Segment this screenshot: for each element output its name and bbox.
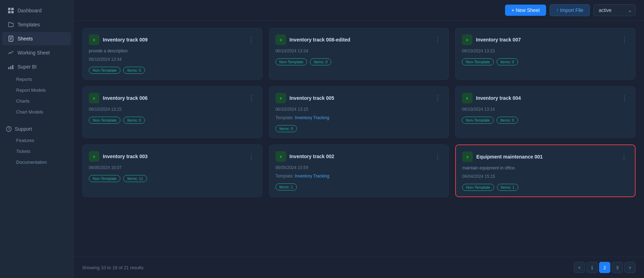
sidebar-item-templates[interactable]: Templates <box>2 18 71 31</box>
card-tags: Non-TemplateItems: 1 <box>462 184 629 191</box>
excel-icon: X <box>275 93 286 103</box>
card-card-008[interactable]: X Inventory track 008-edited ⋮ 06/10/202… <box>269 28 449 80</box>
card-card-002[interactable]: X Inventory track 002 ⋮ 06/05/2024 15:59… <box>269 144 449 197</box>
tag: Items: 0 <box>275 125 297 132</box>
sidebar-item-dashboard[interactable]: Dashboard <box>2 4 71 17</box>
tag: Items: 0 <box>497 117 518 124</box>
cards-grid: X Inventory track 009 ⋮ provide a descri… <box>82 28 636 197</box>
card-date: 06/10/2024 13:34 <box>89 57 256 62</box>
card-menu-icon[interactable]: ⋮ <box>247 35 256 44</box>
card-tags: Non-TemplateItems: 11 <box>89 175 256 182</box>
svg-rect-0 <box>8 8 11 10</box>
sidebar: Dashboard Templates Sheets Working Sheet <box>0 0 74 278</box>
excel-icon: X <box>462 151 473 162</box>
pagination-showing-text: Showing 10 to 18 of 21 results <box>82 265 144 270</box>
card-menu-icon[interactable]: ⋮ <box>247 152 256 161</box>
svg-text:X: X <box>466 97 468 100</box>
pagination-next[interactable]: > <box>624 262 636 273</box>
card-date: 06/04/2024 15:15 <box>462 174 629 179</box>
sidebar-item-documentation[interactable]: Documentation <box>2 157 71 167</box>
card-title: Inventory track 002 <box>290 154 334 159</box>
sidebar-item-reports[interactable]: Reports <box>2 74 71 84</box>
pagination-page-3[interactable]: 3 <box>612 262 623 273</box>
excel-icon: X <box>89 34 99 45</box>
svg-rect-2 <box>8 11 11 13</box>
new-sheet-button[interactable]: + New Sheet <box>505 5 546 16</box>
folder-icon <box>8 21 14 28</box>
card-tags: Non-TemplateItems: 0 <box>462 58 629 65</box>
sidebar-item-super-bi-label: Super BI <box>18 64 36 70</box>
card-title: Inventory track 003 <box>103 154 148 159</box>
card-card-001[interactable]: X Equipment maintenance 001 ⋮ maintain e… <box>455 144 636 197</box>
grid-icon <box>8 7 14 14</box>
import-file-button[interactable]: ↑ Import File <box>550 4 590 16</box>
tag: Items: 0 <box>497 58 518 65</box>
pagination-page-2[interactable]: 2 <box>599 262 610 273</box>
card-menu-icon[interactable]: ⋮ <box>619 152 629 161</box>
sidebar-item-features[interactable]: Features <box>2 135 71 146</box>
svg-rect-1 <box>11 8 14 10</box>
status-select-wrap: active archived all <box>593 4 636 16</box>
tag: Non-Template <box>462 117 493 124</box>
card-title: Inventory track 008-edited <box>290 37 351 43</box>
card-date: 06/05/2024 16:07 <box>89 165 256 170</box>
card-title: Inventory track 006 <box>103 95 148 101</box>
card-tags: Non-TemplateItems: 0 <box>275 58 443 65</box>
card-date: 06/05/2024 15:59 <box>275 165 443 170</box>
card-title-row: X Inventory track 003 <box>89 151 148 162</box>
tag: Non-Template <box>275 58 307 65</box>
card-card-003[interactable]: X Inventory track 003 ⋮ 06/05/2024 16:07… <box>82 144 263 197</box>
card-title: Inventory track 005 <box>290 95 334 101</box>
card-title: Inventory track 007 <box>476 37 521 43</box>
sidebar-item-super-bi[interactable]: Super BI <box>2 60 71 73</box>
svg-text:X: X <box>466 38 468 42</box>
card-tags: Non-TemplateItems: 0 <box>462 117 629 124</box>
pagination-page-1[interactable]: 1 <box>586 262 598 273</box>
tag: Items: 1 <box>497 184 518 191</box>
sidebar-item-sheets-label: Sheets <box>18 36 33 41</box>
card-menu-icon[interactable]: ⋮ <box>433 152 442 161</box>
template-link: Template: Inventory Tracking <box>275 115 443 120</box>
card-header: X Inventory track 009 ⋮ <box>89 34 256 45</box>
card-tags: Items: 0 <box>275 125 443 132</box>
card-card-005[interactable]: X Inventory track 005 ⋮ 06/10/2024 13:15… <box>269 86 449 138</box>
sidebar-item-report-models[interactable]: Report Models <box>2 85 71 95</box>
tag: Items: 0 <box>310 58 331 65</box>
card-menu-icon[interactable]: ⋮ <box>620 93 629 103</box>
svg-rect-9 <box>11 66 12 69</box>
sidebar-item-dashboard-label: Dashboard <box>18 8 42 13</box>
sidebar-item-sheets[interactable]: Sheets <box>2 32 71 45</box>
svg-text:X: X <box>280 97 282 100</box>
tag: Non-Template <box>462 184 494 191</box>
card-header: X Inventory track 004 ⋮ <box>462 93 629 103</box>
status-select[interactable]: active archived all <box>593 4 636 16</box>
svg-text:X: X <box>93 38 95 42</box>
sidebar-item-tickets[interactable]: Tickets <box>2 146 71 156</box>
sidebar-item-charts[interactable]: Charts <box>2 96 71 106</box>
tag: Non-Template <box>89 117 120 124</box>
card-title-row: X Inventory track 006 <box>89 93 148 103</box>
bar-chart-icon <box>8 64 14 70</box>
excel-icon: X <box>462 34 472 45</box>
card-date: 06/10/2024 13:14 <box>462 107 629 112</box>
card-menu-icon[interactable]: ⋮ <box>247 93 256 103</box>
card-menu-icon[interactable]: ⋮ <box>620 35 629 44</box>
card-header: X Inventory track 008-edited ⋮ <box>275 34 443 45</box>
card-card-009[interactable]: X Inventory track 009 ⋮ provide a descri… <box>82 28 263 80</box>
card-card-007[interactable]: X Inventory track 007 ⋮ 06/10/2024 13:23… <box>455 28 636 80</box>
card-tags: Items: 1 <box>275 183 443 190</box>
card-date: 06/10/2024 13:24 <box>275 49 443 53</box>
card-card-004[interactable]: X Inventory track 004 ⋮ 06/10/2024 13:14… <box>455 86 636 138</box>
card-card-006[interactable]: X Inventory track 006 ⋮ 06/10/2024 13:15… <box>82 86 263 138</box>
pagination-prev[interactable]: < <box>574 262 585 273</box>
card-menu-icon[interactable]: ⋮ <box>433 35 442 44</box>
card-menu-icon[interactable]: ⋮ <box>433 93 442 103</box>
svg-text:X: X <box>280 155 282 159</box>
svg-text:X: X <box>93 155 95 159</box>
sidebar-item-chart-models[interactable]: Chart Models <box>2 107 71 117</box>
card-title-row: X Inventory track 004 <box>462 93 521 103</box>
svg-text:X: X <box>280 38 282 42</box>
sidebar-item-working-sheet[interactable]: Working Sheet <box>2 46 71 59</box>
card-tags: Non-TemplateItems: 0 <box>89 117 256 124</box>
svg-text:X: X <box>93 97 95 100</box>
